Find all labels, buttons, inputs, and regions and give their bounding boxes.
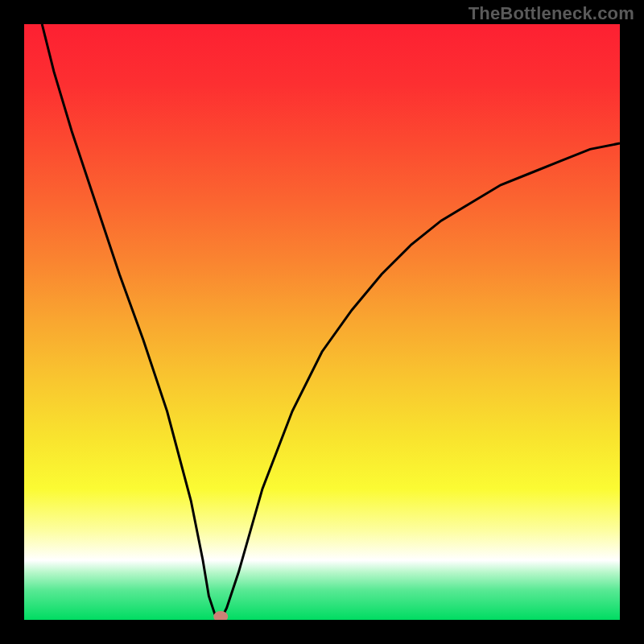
watermark-label: TheBottleneck.com <box>469 3 634 24</box>
chart-background-gradient <box>24 24 620 620</box>
chart-frame: TheBottleneck.com <box>0 0 644 644</box>
chart-plot-area <box>24 24 620 620</box>
chart-svg <box>24 24 620 620</box>
